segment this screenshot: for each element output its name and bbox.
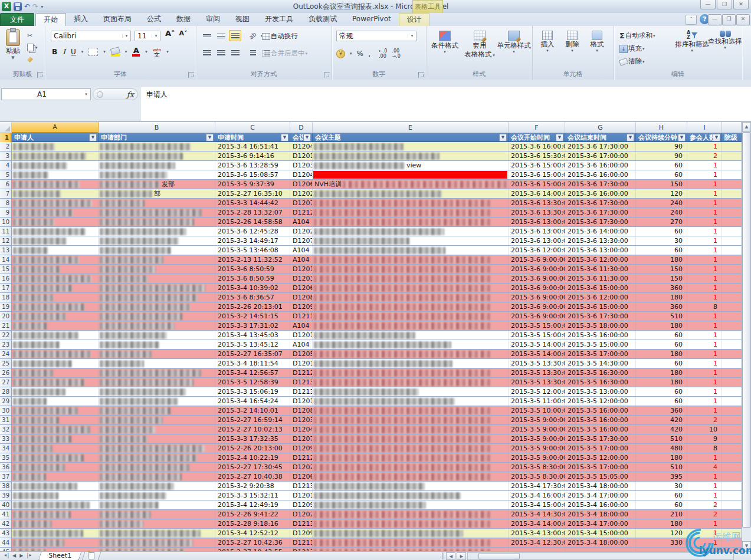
filter-dropdown-icon-G[interactable]: ▼ [627, 134, 634, 141]
clipboard-dialog-launcher-icon[interactable] [37, 72, 43, 78]
comma-style-icon[interactable]: , [368, 50, 370, 58]
cell-D17[interactable]: D1206 [290, 284, 313, 292]
cell-B23[interactable] [99, 340, 215, 349]
column-header-F[interactable]: F [509, 122, 565, 133]
horizontal-scrollbar[interactable] [467, 552, 734, 560]
tab-审阅[interactable]: 审阅 [198, 13, 228, 25]
cell-I28[interactable]: 1 [687, 387, 722, 396]
cell-H37[interactable]: 395 [636, 472, 687, 481]
cell-G38[interactable]: 2015-3-4 18:00:00 [565, 482, 636, 490]
cell-E2[interactable] [313, 142, 509, 151]
cell-D31[interactable]: D1203 [290, 416, 313, 424]
cell-I32[interactable]: 10 [687, 425, 722, 434]
cell-H2[interactable]: 90 [636, 142, 687, 151]
cell-G34[interactable]: 2015-3-5 17:00:00 [565, 444, 636, 453]
filter-dropdown-icon-A[interactable]: ▼ [89, 134, 97, 141]
cell-F37[interactable]: 2015-3-5 8:30:00 [509, 472, 565, 481]
cell-H27[interactable]: 180 [636, 378, 687, 387]
cell-A37[interactable] [12, 472, 99, 481]
qat-customize-icon[interactable]: ▾ [41, 4, 43, 9]
cell-C43[interactable]: 2015-3-4 12:52:12 [215, 529, 290, 538]
cell-D13[interactable]: A104 [290, 246, 313, 255]
align-middle-icon[interactable] [215, 30, 227, 41]
cell-A19[interactable] [12, 302, 99, 311]
cell-B6[interactable]: 发部 [99, 180, 215, 189]
cell-B5[interactable] [99, 170, 215, 179]
cell-F41[interactable]: 2015-3-4 14:30:00 [509, 510, 565, 519]
cell-E7[interactable] [313, 189, 509, 198]
horizontal-scroll-thumb[interactable] [478, 553, 520, 559]
cell-J30[interactable] [722, 406, 742, 415]
cell-F40[interactable]: 2015-3-4 15:00:00 [509, 500, 565, 509]
cell-H31[interactable]: 420 [636, 416, 687, 424]
cell-C22[interactable]: 2015-3-4 13:45:03 [215, 331, 290, 340]
collapse-ribbon-icon[interactable]: ⌃ [686, 15, 697, 25]
cell-J39[interactable] [722, 491, 742, 500]
cell-C9[interactable]: 2015-2-28 13:32:07 [215, 208, 290, 217]
row-header-11[interactable]: 11 [0, 227, 12, 236]
cell-J25[interactable] [722, 359, 742, 368]
cell-D2[interactable]: D1204 [290, 142, 313, 151]
cell-H28[interactable]: 60 [636, 387, 687, 396]
cell-I14[interactable]: 1 [687, 255, 722, 264]
cell-I38[interactable]: 1 [687, 482, 722, 490]
cell-F17[interactable]: 2015-3-6 9:00:00 [509, 284, 565, 292]
cell-G28[interactable]: 2015-3-5 13:00:00 [565, 387, 636, 396]
cell-I19[interactable]: 8 [687, 302, 722, 311]
cell-C20[interactable]: 2015-3-2 14:51:15 [215, 312, 290, 321]
cell-F9[interactable]: 2015-3-6 13:30:00 [509, 208, 565, 217]
header-cell-H[interactable]: 会议持续分钟▼ [636, 133, 687, 142]
cell-F20[interactable]: 2015-3-6 9:00:00 [509, 312, 565, 321]
cell-F35[interactable]: 2015-3-5 9:00:00 [509, 453, 565, 462]
filter-dropdown-icon-D[interactable]: ▼ [303, 134, 311, 141]
cell-I27[interactable]: 1 [687, 378, 722, 387]
fill-color-icon[interactable] [111, 48, 120, 57]
worksheet-grid[interactable]: ABCDEFGHI1申请人▼申请部门▼申请时间▼会议室▼会议主题▼会议开始时间▼… [0, 122, 742, 551]
filter-dropdown-icon-F[interactable]: ▼ [556, 134, 563, 141]
cell-D25[interactable]: D1201 [290, 359, 313, 368]
cell-D7[interactable]: D1202 [290, 189, 313, 198]
filter-dropdown-icon-B[interactable]: ▼ [206, 134, 214, 141]
cell-G14[interactable]: 2015-3-6 12:00:00 [565, 255, 636, 264]
column-header-A[interactable]: A [12, 122, 99, 133]
cell-I5[interactable]: 1 [687, 170, 722, 179]
cell-D3[interactable]: D1201 [290, 151, 313, 160]
font-name-combo[interactable]: Calibri▾ [51, 31, 131, 41]
cell-B18[interactable] [99, 293, 215, 302]
header-cell-G[interactable]: 会议结束时间▼ [565, 133, 636, 142]
cell-H36[interactable]: 510 [636, 463, 687, 472]
cell-A24[interactable] [12, 350, 99, 358]
cell-E14[interactable] [313, 255, 509, 264]
cell-A12[interactable] [12, 236, 99, 245]
cell-J18[interactable] [722, 293, 742, 302]
cell-H10[interactable]: 270 [636, 218, 687, 226]
workbook-close-button[interactable]: ✕ [736, 14, 750, 25]
cell-A21[interactable] [12, 321, 99, 330]
cell-G37[interactable]: 2015-3-5 15:05:00 [565, 472, 636, 481]
column-header-H[interactable]: H [636, 122, 687, 133]
cell-I39[interactable]: 1 [687, 491, 722, 500]
cell-I37[interactable]: 1 [687, 472, 722, 481]
cell-J24[interactable] [722, 350, 742, 358]
cell-I2[interactable]: 1 [687, 142, 722, 151]
row-header-2[interactable]: 2 [0, 142, 12, 151]
row-header-24[interactable]: 24 [0, 350, 12, 358]
cell-G18[interactable]: 2015-3-6 12:00:00 [565, 293, 636, 302]
cell-E23[interactable] [313, 340, 509, 349]
cell-C25[interactable]: 2015-3-4 18:11:54 [215, 359, 290, 368]
row-header-19[interactable]: 19 [0, 302, 12, 311]
header-cell-D[interactable]: 会议室▼ [290, 133, 313, 142]
cell-C17[interactable]: 2015-3-4 10:39:02 [215, 284, 290, 292]
cell-E15[interactable] [313, 265, 509, 274]
row-header-25[interactable]: 25 [0, 359, 12, 368]
cell-A32[interactable] [12, 425, 99, 434]
cell-H13[interactable]: 60 [636, 246, 687, 255]
cell-E32[interactable] [313, 425, 509, 434]
cell-B31[interactable] [99, 416, 215, 424]
cell-C2[interactable]: 2015-3-4 16:51:41 [215, 142, 290, 151]
cell-A40[interactable] [12, 500, 99, 509]
cell-H33[interactable]: 510 [636, 434, 687, 443]
cell-C13[interactable]: 2015-3-5 13:46:08 [215, 246, 290, 255]
cell-C6[interactable]: 2015-3-5 9:37:39 [215, 180, 290, 189]
cell-F24[interactable]: 2015-3-5 14:00:00 [509, 350, 565, 358]
